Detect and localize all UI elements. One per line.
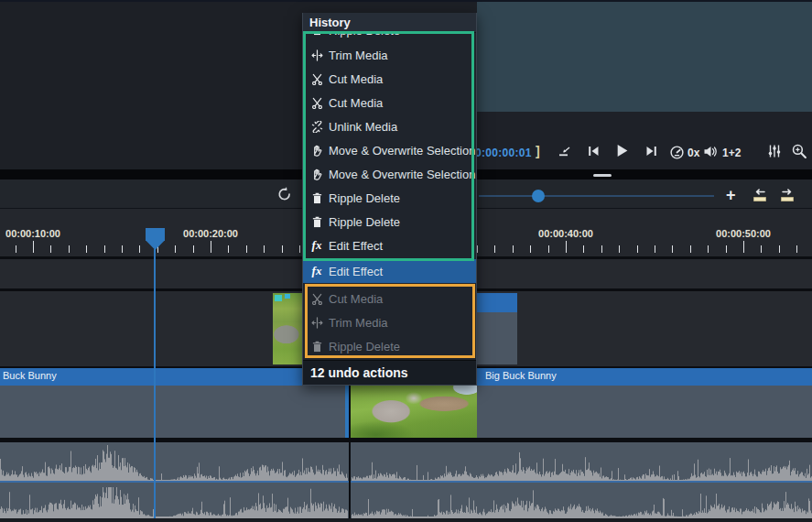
unlink-icon (309, 121, 325, 133)
skip-forward-icon (644, 145, 658, 158)
ruler-tick (672, 245, 673, 253)
remove-insert-button[interactable] (557, 145, 572, 158)
history-item-ripple-delete[interactable]: Ripple Delete (303, 186, 476, 210)
history-item-label: Ripple Delete (329, 33, 400, 38)
scroll-indicator[interactable] (593, 174, 612, 177)
audio-monitor-button[interactable] (703, 145, 718, 158)
history-item-ripple-delete[interactable]: Ripple Delete (303, 33, 476, 43)
trim-icon (309, 317, 325, 329)
history-item-move-overwrite-selection[interactable]: Move & Overwrite Selection (303, 162, 476, 186)
clip-label: Buck Bunny (3, 370, 57, 381)
history-item-cut-media[interactable]: Cut Media (303, 91, 476, 114)
history-item-ripple-delete[interactable]: Ripple Delete (303, 210, 476, 234)
ruler-tick (211, 241, 211, 253)
skip-forward-button[interactable] (644, 145, 658, 158)
ruler-tick (548, 245, 549, 253)
history-item-label: Move & Overwrite Selection (329, 144, 475, 158)
trash-icon (309, 216, 325, 228)
mark-out-button[interactable]: ] (536, 144, 540, 158)
ruler-tick (122, 245, 123, 253)
ruler-timecode-label: 00:00:50:00 (716, 228, 771, 239)
ruler-tick (175, 245, 176, 253)
insert-arrow-right-icon (778, 188, 796, 203)
ruler-tick (583, 245, 584, 253)
play-icon (615, 144, 629, 158)
history-item-label: Unlink Media (329, 120, 397, 134)
history-item-label: Cut Media (329, 72, 383, 86)
history-item-label: Trim Media (329, 49, 388, 62)
buck-bunny-clip-body[interactable] (0, 386, 349, 438)
scissors-icon (309, 97, 325, 109)
trash-icon (309, 33, 325, 36)
timeline-zoom-slider-handle[interactable] (532, 190, 545, 202)
ruler-tick (601, 245, 602, 253)
ruler-tick (228, 245, 229, 253)
ruler-tick (726, 245, 727, 253)
history-item-move-overwrite-selection[interactable]: Move & Overwrite Selection (303, 138, 476, 162)
history-item-label: Ripple Delete (329, 191, 400, 205)
skip-back-icon (587, 145, 601, 158)
trash-icon (309, 192, 325, 204)
ruler-tick (494, 245, 495, 253)
history-item-ripple-delete[interactable]: Ripple Delete (303, 334, 476, 358)
history-item-label: Edit Effect (329, 239, 383, 253)
ruler-tick (246, 245, 247, 253)
timeline-settings-button[interactable] (767, 144, 782, 158)
speaker-icon (703, 145, 718, 158)
video-editor-window: 0:00:00:01 ] 0x 1+2 + 00:00:10:0000:00:2… (0, 0, 812, 522)
big-buck-bunny-thumbnail[interactable] (351, 383, 477, 438)
ruler-timecode-label: 00:00:20:00 (183, 228, 238, 239)
speedometer-icon (669, 145, 685, 160)
insert-edit-button[interactable] (751, 188, 769, 203)
playhead-line (154, 249, 156, 518)
history-item-cut-media[interactable]: Cut Media (303, 287, 476, 310)
ruler-tick (743, 241, 744, 253)
v1-clip-thumbnail[interactable] (273, 293, 303, 364)
timeline-zoom-slider[interactable] (479, 195, 714, 197)
remove-insert-icon (557, 145, 572, 158)
history-item-cut-media[interactable]: Cut Media (303, 67, 476, 91)
history-item-label: Trim Media (329, 316, 388, 330)
fx-icon: fx (309, 238, 325, 253)
history-item-label: Move & Overwrite Selection (329, 168, 475, 181)
ruler-tick (139, 245, 140, 253)
background-panel (477, 2, 812, 112)
ruler-tick (264, 245, 265, 253)
insert-arrow-left-icon (751, 188, 769, 203)
ruler-tick (299, 245, 300, 253)
undo-history-button[interactable] (276, 185, 294, 203)
ruler-tick (193, 245, 194, 253)
scissors-icon (309, 293, 325, 305)
audio-channels-value: 1+2 (722, 147, 741, 159)
history-item-unlink-media[interactable]: Unlink Media (303, 114, 476, 138)
history-item-edit-effect[interactable]: fxEdit Effect (303, 259, 476, 283)
history-item-label: Cut Media (329, 96, 383, 110)
scissors-icon (309, 73, 325, 85)
zoom-in-button[interactable] (791, 143, 807, 159)
add-track-button[interactable]: + (726, 186, 736, 205)
ruler-tick (530, 245, 531, 253)
ruler-tick (566, 241, 567, 253)
ruler-tick (779, 245, 780, 253)
playback-speed-button[interactable] (669, 145, 685, 160)
hand-icon (309, 145, 325, 157)
trash-icon (309, 341, 325, 353)
history-item-label: Ripple Delete (329, 215, 400, 229)
playback-speed-value: 0x (687, 147, 699, 159)
ruler-tick (69, 245, 70, 253)
history-item-trim-media[interactable]: Trim Media (303, 310, 476, 334)
undo-icon (276, 186, 293, 202)
skip-back-button[interactable] (587, 145, 601, 158)
ruler-tick (50, 245, 51, 253)
buck-bunny-clip-label-bar[interactable]: Buck Bunny (0, 368, 349, 386)
play-button[interactable] (615, 144, 629, 158)
magnifier-plus-icon (791, 143, 807, 159)
history-item-edit-effect[interactable]: fxEdit Effect (303, 234, 476, 257)
history-item-label: Ripple Delete (329, 340, 400, 353)
history-item-trim-media[interactable]: Trim Media (303, 43, 476, 67)
audio-gain-line[interactable] (0, 481, 812, 483)
ruler-tick (477, 245, 478, 253)
sliders-icon (767, 144, 782, 158)
timecode-display[interactable]: 0:00:00:01 (475, 147, 532, 159)
replace-edit-button[interactable] (778, 188, 796, 203)
